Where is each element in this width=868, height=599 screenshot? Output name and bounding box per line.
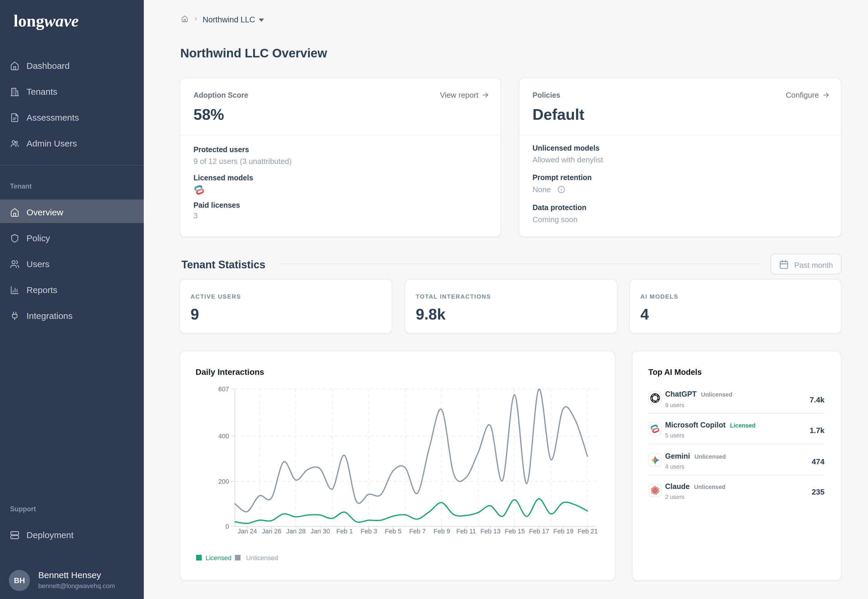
svg-text:Feb 15: Feb 15 (505, 528, 525, 535)
svg-text:Jan 28: Jan 28 (286, 528, 305, 535)
svg-text:0: 0 (225, 523, 229, 530)
svg-text:Feb 3: Feb 3 (360, 528, 377, 535)
svg-text:Feb 1: Feb 1 (336, 528, 353, 535)
svg-text:Feb 9: Feb 9 (433, 528, 450, 535)
svg-text:607: 607 (218, 385, 229, 393)
svg-text:Feb 13: Feb 13 (481, 528, 501, 535)
svg-text:Feb 17: Feb 17 (529, 528, 549, 535)
svg-text:Licensed: Licensed (206, 554, 231, 561)
svg-text:400: 400 (218, 432, 229, 440)
svg-text:Feb 21: Feb 21 (578, 528, 598, 535)
svg-text:Jan 26: Jan 26 (262, 528, 281, 535)
svg-text:Unlicensed: Unlicensed (246, 554, 278, 561)
svg-text:Feb 7: Feb 7 (409, 528, 426, 535)
svg-text:Jan 24: Jan 24 (237, 528, 257, 535)
svg-text:Jan 30: Jan 30 (311, 528, 330, 535)
svg-text:Feb 11: Feb 11 (457, 528, 476, 535)
svg-text:Feb 5: Feb 5 (385, 528, 401, 535)
svg-text:200: 200 (218, 478, 229, 485)
svg-text:Feb 19: Feb 19 (553, 528, 574, 535)
